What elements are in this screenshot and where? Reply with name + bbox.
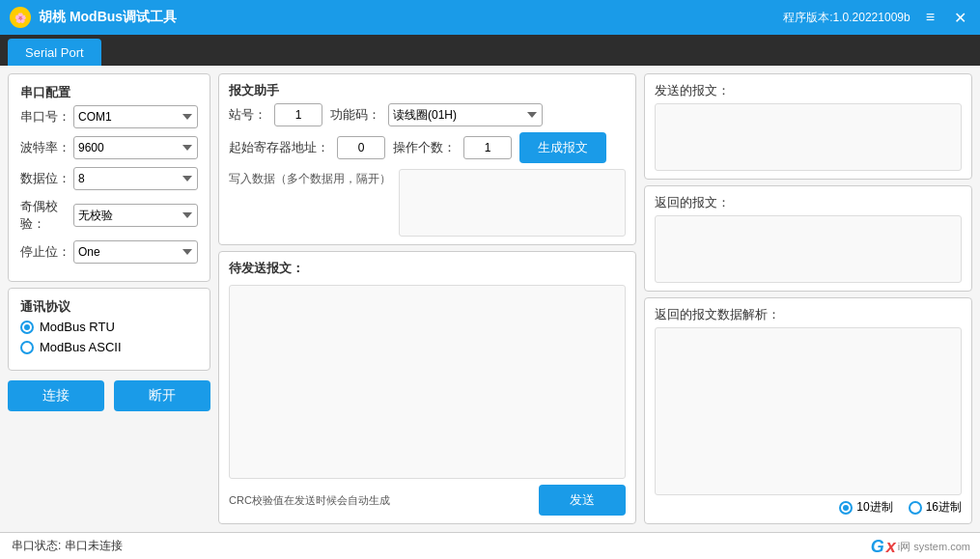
write-data-label: 写入数据（多个数据用，隔开） — [229, 169, 391, 187]
station-label: 站号： — [229, 106, 266, 124]
disconnect-button[interactable]: 断开 — [114, 380, 210, 411]
pending-box: 待发送报文： CRC校验值在发送时候会自动生成 发送 — [218, 251, 636, 524]
port-label: 串口号： — [20, 108, 73, 126]
ascii-label: ModBus ASCII — [40, 340, 122, 354]
parity-select[interactable]: 无校验 奇校验 偶校验 — [73, 204, 198, 227]
count-label: 操作个数： — [393, 139, 456, 156]
hex-radio-fmt[interactable]: 16进制 — [909, 499, 962, 516]
format-radio-row: 10进制 16进制 — [655, 499, 962, 516]
dec-radio-fmt[interactable]: 10进制 — [839, 499, 892, 516]
baud-row: 波特率： 9600 19200 38400 57600 115200 — [20, 136, 198, 159]
helper-row1: 站号： 功能码： 读线圈(01H) 读离散(02H) 读保持(03H) 读输入(… — [229, 103, 626, 126]
sent-label: 发送的报文： — [655, 82, 962, 99]
parsed-label: 返回的报文数据解析： — [655, 306, 962, 323]
sent-message-box: 发送的报文： — [644, 73, 972, 180]
ascii-radio-row[interactable]: ModBus ASCII — [20, 340, 198, 354]
sent-textarea[interactable] — [655, 103, 962, 171]
main-content: 串口配置 串口号： COM1 COM2 COM3 COM4 波特率： 9600 … — [0, 66, 980, 532]
protocol-title: 通讯协议 — [20, 298, 198, 316]
send-button[interactable]: 发送 — [539, 485, 626, 516]
port-select[interactable]: COM1 COM2 COM3 COM4 — [73, 105, 198, 128]
close-button[interactable]: ✕ — [950, 9, 970, 27]
dec-radio[interactable] — [839, 501, 853, 515]
port-row: 串口号： COM1 COM2 COM3 COM4 — [20, 105, 198, 128]
pending-textarea[interactable] — [229, 285, 626, 479]
addr-input[interactable] — [337, 136, 385, 159]
tab-serial-port[interactable]: Serial Port — [8, 39, 101, 66]
pending-footer: CRC校验值在发送时候会自动生成 发送 — [229, 485, 626, 516]
protocol-box: 通讯协议 ModBus RTU ModBus ASCII — [8, 288, 210, 371]
station-input[interactable] — [274, 103, 322, 126]
returned-message-box: 返回的报文： — [644, 185, 972, 292]
app-title: 胡桃 ModBus调试工具 — [39, 9, 177, 26]
count-input[interactable] — [463, 136, 512, 159]
returned-label: 返回的报文： — [655, 194, 962, 211]
watermark-x: x — [886, 537, 896, 557]
dec-label: 10进制 — [856, 499, 892, 516]
watermark-rest: i网 system.com — [898, 540, 970, 554]
data-bits-select[interactable]: 5 6 7 8 — [73, 167, 198, 190]
stop-bits-label: 停止位： — [20, 243, 73, 261]
connection-buttons: 连接 断开 — [8, 380, 210, 411]
func-label: 功能码： — [330, 106, 380, 124]
parity-label: 奇偶校验： — [20, 198, 73, 233]
returned-textarea[interactable] — [655, 215, 962, 283]
parsed-textarea[interactable] — [655, 327, 962, 495]
tab-bar: Serial Port — [0, 35, 980, 66]
generate-button[interactable]: 生成报文 — [519, 132, 606, 163]
data-bits-label: 数据位： — [20, 170, 73, 187]
version-text: 程序版本:1.0.20221009b — [783, 10, 910, 26]
parsed-message-box: 返回的报文数据解析： 10进制 16进制 — [644, 297, 972, 524]
stop-bits-row: 停止位： One Two OnePointFive — [20, 240, 198, 264]
app-icon: 🌸 — [10, 7, 31, 28]
rtu-label: ModBus RTU — [40, 320, 115, 334]
data-bits-row: 数据位： 5 6 7 8 — [20, 167, 198, 190]
rtu-radio-row[interactable]: ModBus RTU — [20, 320, 198, 334]
pending-title: 待发送报文： — [229, 260, 626, 277]
serial-config-title: 串口配置 — [20, 84, 198, 101]
left-panel: 串口配置 串口号： COM1 COM2 COM3 COM4 波特率： 9600 … — [8, 73, 210, 524]
title-bar-left: 🌸 胡桃 ModBus调试工具 — [10, 7, 177, 28]
baud-label: 波特率： — [20, 139, 73, 156]
rtu-radio[interactable] — [20, 321, 34, 334]
func-select[interactable]: 读线圈(01H) 读离散(02H) 读保持(03H) 读输入(04H) 写单线圈… — [388, 103, 543, 126]
watermark: G x i网 system.com — [871, 537, 970, 557]
right-panel: 发送的报文： 返回的报文： 返回的报文数据解析： 10进制 16进制 — [644, 73, 972, 524]
status-bar: 串口状态: 串口未连接 G x i网 system.com — [0, 532, 980, 559]
parity-row: 奇偶校验： 无校验 奇校验 偶校验 — [20, 198, 198, 233]
stop-bits-select[interactable]: One Two OnePointFive — [73, 240, 198, 264]
watermark-g: G — [871, 537, 884, 557]
helper-title: 报文助手 — [229, 82, 626, 99]
hex-radio[interactable] — [909, 501, 922, 515]
hex-label: 16进制 — [926, 499, 962, 516]
baud-select[interactable]: 9600 19200 38400 57600 115200 — [73, 136, 198, 159]
title-bar: 🌸 胡桃 ModBus调试工具 程序版本:1.0.20221009b ≡ ✕ — [0, 0, 980, 35]
title-bar-right: 程序版本:1.0.20221009b ≡ ✕ — [783, 9, 970, 27]
connect-button[interactable]: 连接 — [8, 380, 104, 411]
minimize-button[interactable]: ≡ — [922, 9, 938, 26]
message-helper-box: 报文助手 站号： 功能码： 读线圈(01H) 读离散(02H) 读保持(03H)… — [218, 73, 636, 245]
addr-label: 起始寄存器地址： — [229, 139, 329, 156]
helper-row2: 起始寄存器地址： 操作个数： 生成报文 — [229, 132, 626, 163]
serial-config-box: 串口配置 串口号： COM1 COM2 COM3 COM4 波特率： 9600 … — [8, 73, 210, 282]
write-data-textarea[interactable] — [399, 169, 626, 237]
status-text: 串口状态: 串口未连接 — [12, 538, 123, 554]
middle-panel: 报文助手 站号： 功能码： 读线圈(01H) 读离散(02H) 读保持(03H)… — [218, 73, 636, 524]
write-data-row: 写入数据（多个数据用，隔开） — [229, 169, 626, 237]
ascii-radio[interactable] — [20, 341, 34, 354]
crc-hint: CRC校验值在发送时候会自动生成 — [229, 493, 390, 508]
